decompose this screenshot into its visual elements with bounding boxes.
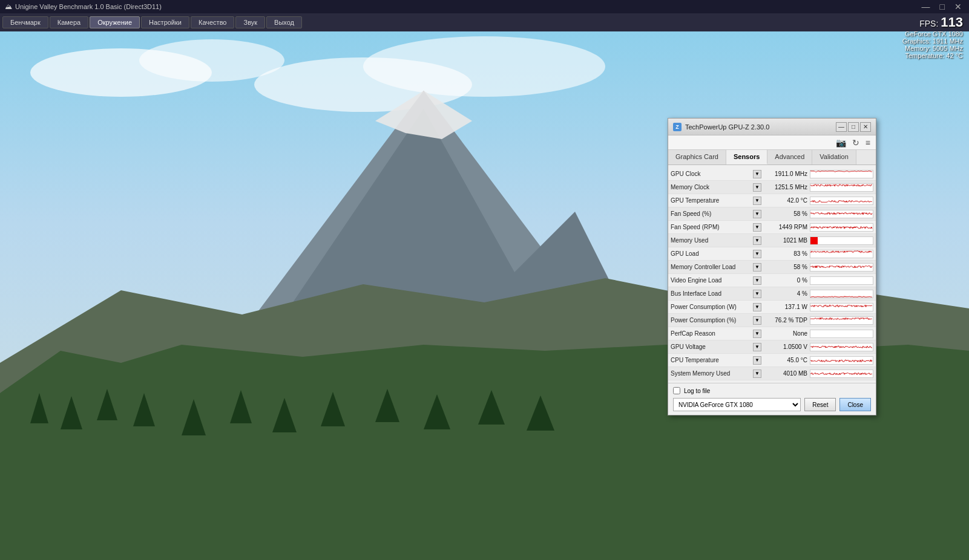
sensor-name-col: Bus Interface Load▼ — [671, 290, 761, 298]
sensor-name-col: System Memory Used▼ — [671, 370, 761, 378]
sensor-row: GPU Load▼83 % — [668, 247, 876, 261]
menu-icon[interactable]: ≡ — [864, 137, 872, 149]
sensor-name-col: PerfCap Reason▼ — [671, 330, 761, 338]
tab-sensors[interactable]: Sensors — [726, 150, 767, 164]
gpuz-title: TechPowerUp GPU-Z 2.30.0 — [685, 123, 832, 131]
sensor-dropdown-btn[interactable]: ▼ — [753, 303, 761, 311]
tab-graphics-card[interactable]: Graphics Card — [668, 150, 726, 164]
log-to-file-checkbox[interactable] — [673, 387, 680, 394]
sensor-row: PerfCap Reason▼None — [668, 327, 876, 340]
gpuz-window-controls[interactable]: — □ ✕ — [836, 122, 871, 132]
gpuz-titlebar: Z TechPowerUp GPU-Z 2.30.0 — □ ✕ — [668, 119, 876, 135]
sensor-name-col: CPU Temperature▼ — [671, 356, 761, 365]
menu-item-качество[interactable]: Качество — [191, 16, 235, 28]
sensor-dropdown-btn[interactable]: ▼ — [753, 210, 761, 218]
sensor-dropdown-btn[interactable]: ▼ — [753, 290, 761, 298]
sensor-dropdown-btn[interactable]: ▼ — [753, 356, 761, 365]
menu-item-камера[interactable]: Камера — [50, 16, 88, 28]
menu-item-звук[interactable]: Звук — [235, 16, 265, 28]
menu-item-окружение[interactable]: Окружение — [90, 16, 140, 28]
sensor-name-col: Fan Speed (%)▼ — [671, 210, 761, 218]
close-sensors-btn[interactable]: Close — [839, 398, 871, 411]
game-menubar: БенчмаркКамераОкружениеНастройкиКачество… — [0, 13, 969, 31]
sensor-bar — [810, 356, 873, 365]
sensor-value: 42.0 °C — [761, 197, 810, 204]
sensor-bar — [810, 223, 873, 232]
sensor-row: Memory Controller Load▼58 % — [668, 261, 876, 274]
sensor-value: 1021 MB — [761, 237, 810, 244]
sensor-row: Video Engine Load▼0 % — [668, 274, 876, 287]
sensor-bar — [810, 330, 873, 338]
menu-item-бенчмарк[interactable]: Бенчмарк — [2, 16, 48, 28]
sensor-bar — [810, 276, 873, 285]
reset-btn[interactable]: Reset — [804, 398, 836, 411]
sensor-name-text: GPU Load — [671, 250, 752, 257]
sensor-row: Power Consumption (%)▼76.2 % TDP — [668, 314, 876, 327]
sensor-bar — [810, 250, 873, 258]
sensor-dropdown-btn[interactable]: ▼ — [753, 236, 761, 245]
sensor-dropdown-btn[interactable]: ▼ — [753, 197, 761, 205]
sensor-name-text: Video Engine Load — [671, 277, 752, 284]
sensor-value: 1449 RPM — [761, 224, 810, 230]
sensor-value: 83 % — [761, 250, 810, 257]
temp-overlay: Temperature: 42 °C — [902, 52, 963, 59]
tab-validation[interactable]: Validation — [812, 150, 856, 164]
gpuz-minimize-btn[interactable]: — — [836, 122, 847, 132]
sensor-name-col: GPU Voltage▼ — [671, 343, 761, 351]
game-minimize-btn[interactable]: — — [919, 2, 933, 11]
sensor-bar — [810, 197, 873, 205]
sensor-value: 58 % — [761, 264, 810, 270]
sensor-name-text: CPU Temperature — [671, 357, 752, 363]
sensor-value: 1.0500 V — [761, 343, 810, 350]
gpuz-maximize-btn[interactable]: □ — [848, 122, 859, 132]
game-window-controls[interactable]: — □ ✕ — [919, 2, 964, 11]
sensor-value: 58 % — [761, 210, 810, 217]
sensor-bar — [810, 210, 873, 218]
sensor-name-col: Memory Used▼ — [671, 236, 761, 245]
gpuz-close-btn[interactable]: ✕ — [860, 122, 871, 132]
gpuz-sensors-content: GPU Clock▼1911.0 MHzMemory Clock▼1251.5 … — [668, 165, 876, 383]
graphics-freq-overlay: Graphics: 1911 MHz — [902, 37, 963, 45]
sensor-dropdown-btn[interactable]: ▼ — [753, 316, 761, 325]
sensor-dropdown-btn[interactable]: ▼ — [753, 330, 761, 338]
sensor-row: Bus Interface Load▼4 % — [668, 287, 876, 301]
menu-item-настройки[interactable]: Настройки — [141, 16, 189, 28]
sensor-bar — [810, 183, 873, 192]
tab-advanced[interactable]: Advanced — [767, 150, 812, 164]
gpu-select[interactable]: NVIDIA GeForce GTX 1080 — [673, 398, 801, 411]
sensor-bar — [810, 290, 873, 298]
sensor-bar — [810, 263, 873, 272]
sensor-name-text: PerfCap Reason — [671, 330, 752, 337]
sensor-value: 45.0 °C — [761, 357, 810, 363]
sensor-dropdown-btn[interactable]: ▼ — [753, 276, 761, 285]
sensor-dropdown-btn[interactable]: ▼ — [753, 370, 761, 378]
sensor-dropdown-btn[interactable]: ▼ — [753, 343, 761, 351]
sensor-row: Fan Speed (RPM)▼1449 RPM — [668, 221, 876, 234]
game-maximize-btn[interactable]: □ — [938, 2, 947, 11]
sensor-value: 0 % — [761, 277, 810, 284]
log-to-file-label: Log to file — [684, 388, 710, 394]
sensor-name-col: Memory Controller Load▼ — [671, 263, 761, 272]
refresh-icon[interactable]: ↻ — [850, 137, 861, 149]
sensor-name-col: Video Engine Load▼ — [671, 276, 761, 285]
memory-freq-overlay: Memory: 5005 MHz — [902, 45, 963, 52]
sensor-name-text: Power Consumption (%) — [671, 317, 752, 324]
sensor-row: GPU Clock▼1911.0 MHz — [668, 168, 876, 181]
sensor-bar — [810, 236, 873, 245]
sensor-dropdown-btn[interactable]: ▼ — [753, 263, 761, 272]
sensor-name-text: GPU Temperature — [671, 197, 752, 204]
sensor-value: 4010 MB — [761, 370, 810, 377]
camera-icon[interactable]: 📷 — [834, 137, 848, 149]
sensor-dropdown-btn[interactable]: ▼ — [753, 250, 761, 258]
menu-item-выход[interactable]: Выход — [266, 16, 302, 28]
sensor-name-text: Bus Interface Load — [671, 290, 752, 297]
sensor-name-text: Memory Used — [671, 237, 752, 244]
sensor-dropdown-btn[interactable]: ▼ — [753, 170, 761, 178]
game-close-btn[interactable]: ✕ — [952, 2, 964, 11]
sensor-name-text: Power Consumption (W) — [671, 304, 752, 310]
sensor-name-col: Memory Clock▼ — [671, 183, 761, 192]
sensor-dropdown-btn[interactable]: ▼ — [753, 223, 761, 232]
sensor-row: Power Consumption (W)▼137.1 W — [668, 301, 876, 314]
sensor-bar — [810, 343, 873, 351]
sensor-dropdown-btn[interactable]: ▼ — [753, 183, 761, 192]
